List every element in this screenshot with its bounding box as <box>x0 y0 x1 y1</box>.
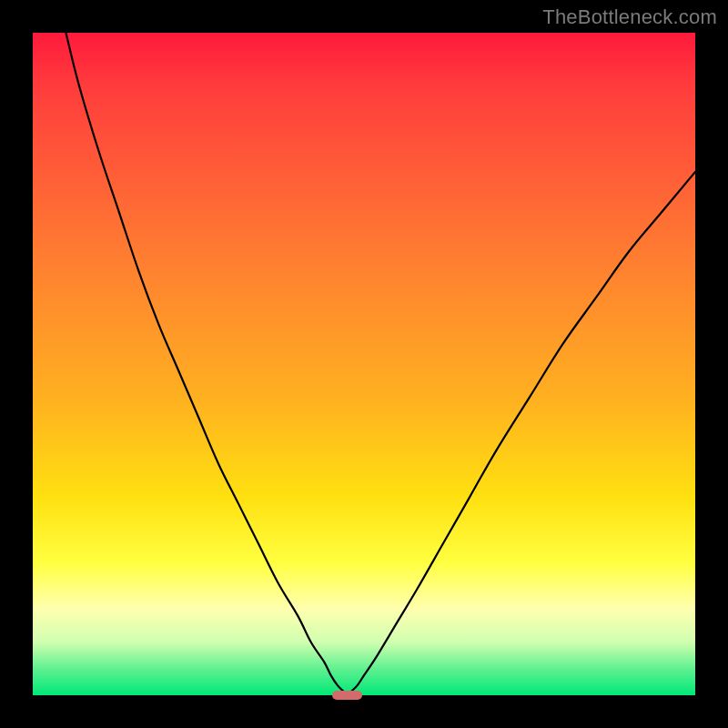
minimum-marker <box>332 691 362 700</box>
chart-frame: TheBottleneck.com <box>0 0 728 728</box>
curve-left-branch <box>66 33 344 692</box>
curve-layer <box>33 33 695 695</box>
watermark-text: TheBottleneck.com <box>542 5 717 29</box>
plot-area <box>33 33 695 695</box>
curve-right-branch <box>350 172 695 692</box>
